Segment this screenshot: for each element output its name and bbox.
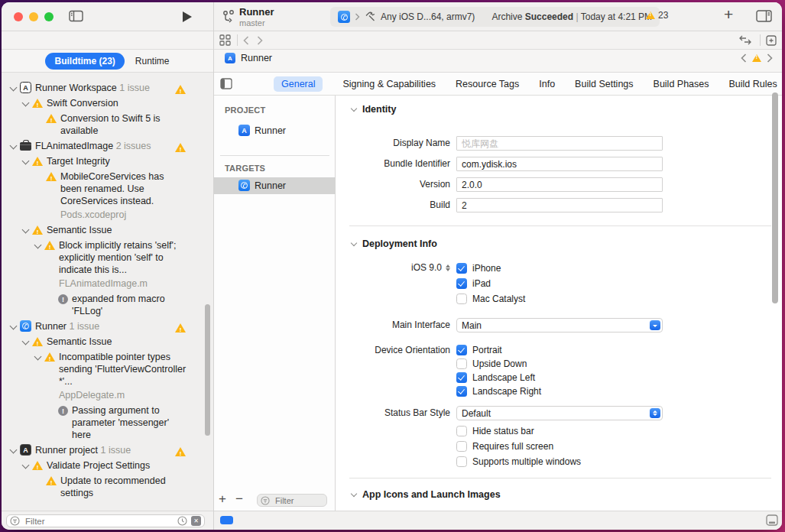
tree-item-issue[interactable]: Update to recommended settings [2, 473, 213, 501]
build-field[interactable] [456, 198, 663, 212]
tree-item-issue[interactable]: Block implicitly retains 'self'; explici… [2, 238, 213, 291]
section-chevron-icon[interactable] [351, 240, 357, 246]
tab-build-rules[interactable]: Build Rules [729, 79, 777, 89]
disclosure-chevron[interactable] [22, 226, 30, 234]
add-tab-button[interactable]: + [724, 5, 733, 24]
project-title: Runner [239, 6, 274, 18]
disclosure-chevron[interactable] [10, 323, 18, 330]
version-field[interactable] [456, 177, 663, 192]
tree-item-runner-target[interactable]: Runner 1 issue [2, 319, 213, 334]
identity-section-header[interactable]: Identity [352, 104, 396, 115]
destination-text[interactable]: Any iOS D...64, armv7) [381, 11, 475, 22]
section-chevron-icon[interactable] [351, 105, 357, 112]
tree-item-flanimatedimage[interactable]: FLAnimatedImage 2 issues [2, 138, 213, 154]
disclosure-chevron[interactable] [10, 142, 18, 150]
orientation-portrait[interactable]: Portrait [456, 343, 541, 357]
device-iphone[interactable]: iPhone [456, 261, 525, 276]
forward-icon[interactable] [257, 36, 263, 45]
disclosure-chevron[interactable] [22, 462, 30, 469]
tab-general[interactable]: General [274, 76, 323, 92]
status-bar-style-popup[interactable]: Default [456, 406, 663, 420]
tree-item-group[interactable]: Semantic Issue [2, 334, 213, 349]
option-supports-multiple-windows[interactable]: Supports multiple windows [456, 454, 581, 469]
disclosure-chevron[interactable] [10, 84, 18, 92]
inspector-collapse-icon[interactable] [220, 78, 232, 89]
activity-view[interactable]: Any iOS D...64, armv7) Archive Succeeded… [330, 7, 660, 27]
option-requires-full-screen[interactable]: Requires full screen [456, 439, 581, 454]
tab-build-phases[interactable]: Build Phases [654, 79, 709, 89]
tree-item-issue[interactable]: Incompatible pointer types sending 'Flut… [2, 349, 213, 403]
disclosure-chevron[interactable] [22, 157, 30, 165]
tree-item-group[interactable]: Semantic Issue [2, 222, 213, 238]
editor-breadcrumb-chip[interactable] [220, 516, 233, 524]
warning-icon [32, 157, 43, 166]
filter-input[interactable] [274, 495, 312, 506]
orientation-landscape-left[interactable]: Landscape Left [456, 371, 541, 384]
tree-item-runner-project[interactable]: A Runner project 1 issue [2, 443, 213, 458]
tree-item-group[interactable]: Target Integrity [2, 154, 213, 169]
editor-scrollbar[interactable] [772, 92, 778, 303]
tab-resource-tags[interactable]: Resource Tags [456, 79, 519, 89]
section-chevron-icon[interactable] [351, 491, 357, 497]
minimize-window-button[interactable] [29, 12, 38, 21]
previous-issue-icon[interactable] [741, 54, 747, 63]
navigator-scrollbar[interactable] [205, 304, 210, 436]
bundle-identifier-field[interactable] [456, 157, 663, 171]
disclosure-chevron[interactable] [10, 446, 18, 454]
next-issue-icon[interactable] [767, 54, 773, 63]
tree-item-workspace[interactable]: A Runner Workspace 1 issue [2, 80, 213, 96]
tree-item-issue[interactable]: MobileCoreServices has been renamed. Use… [2, 169, 213, 222]
disclosure-chevron[interactable] [22, 99, 30, 107]
code-review-icon[interactable] [739, 35, 751, 45]
tab-signing[interactable]: Signing & Capabilities [342, 79, 436, 89]
filter-input[interactable] [24, 516, 174, 527]
project-item[interactable]: A Runner [238, 125, 286, 136]
tree-item-note[interactable]: ! Passing argument to parameter 'messeng… [2, 403, 213, 443]
scheme-icon[interactable] [338, 11, 350, 23]
project-title-block[interactable]: Runner master [239, 6, 274, 28]
breadcrumb[interactable]: A Runner [225, 53, 272, 63]
orientation-landscape-right[interactable]: Landscape Right [456, 384, 541, 398]
zoom-window-button[interactable] [44, 12, 54, 21]
warning-icon [46, 476, 57, 485]
add-editor-icon[interactable] [766, 35, 777, 46]
disclosure-chevron[interactable] [22, 338, 30, 345]
editor-layout-icon[interactable] [756, 10, 772, 22]
target-item[interactable]: Runner [238, 180, 286, 191]
workspace-icon: A [20, 82, 31, 93]
breadcrumb-item[interactable]: Runner [241, 53, 272, 63]
version-stepper[interactable] [446, 264, 450, 271]
segment-runtime[interactable]: Runtime [135, 56, 170, 66]
add-target-button[interactable]: + [219, 491, 226, 507]
tab-info[interactable]: Info [539, 79, 555, 89]
main-interface-combo[interactable]: Main [456, 318, 663, 332]
device-ipad[interactable]: iPad [456, 276, 525, 291]
tree-item-issue[interactable]: Conversion to Swift 5 is available [2, 111, 213, 138]
tree-item-group[interactable]: Validate Project Settings [2, 458, 213, 473]
option-hide-status-bar[interactable]: Hide status bar [456, 423, 581, 439]
deployment-section-header[interactable]: Deployment Info [352, 238, 437, 249]
device-mac-catalyst[interactable]: Mac Catalyst [456, 291, 525, 307]
display-name-field[interactable] [456, 136, 663, 151]
remove-target-button[interactable]: − [235, 491, 243, 507]
orientation-upside-down[interactable]: Upside Down [456, 357, 541, 371]
disclosure-chevron[interactable] [34, 353, 42, 361]
targets-filter[interactable] [257, 494, 327, 507]
navigator-toggle-icon[interactable] [69, 10, 83, 22]
clear-filter-icon[interactable]: ✕ [191, 516, 201, 526]
disclosure-chevron[interactable] [34, 242, 42, 249]
close-window-button[interactable] [14, 12, 23, 21]
segment-buildtime[interactable]: Buildtime (23) [45, 53, 124, 70]
warning-icon [44, 241, 55, 250]
tab-overview-icon[interactable] [219, 34, 231, 46]
run-button[interactable] [182, 11, 193, 23]
app-icons-section-header[interactable]: App Icons and Launch Images [352, 489, 501, 500]
tab-build-settings[interactable]: Build Settings [575, 79, 633, 89]
tree-item-note[interactable]: ! expanded from macro 'FLLog' [2, 291, 213, 319]
back-icon[interactable] [243, 36, 249, 45]
warning-count-badge[interactable]: 23 [646, 10, 668, 21]
navigator-filter[interactable]: ✕ [6, 514, 205, 527]
tree-item-group[interactable]: Swift Conversion [2, 96, 213, 111]
bottom-bar-toggle-icon[interactable] [766, 514, 778, 526]
recent-issues-icon[interactable] [177, 516, 187, 526]
